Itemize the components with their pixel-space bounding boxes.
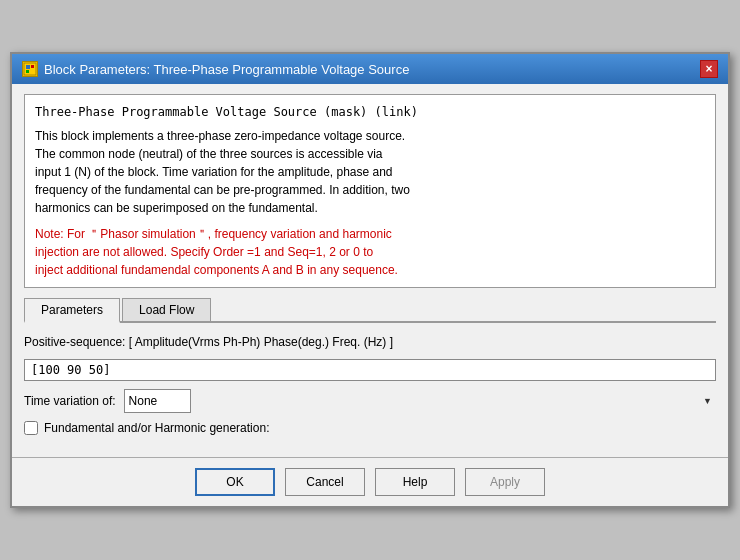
- harmonic-row: Fundamental and/or Harmonic generation:: [24, 421, 716, 435]
- parameters-section: Positive-sequence: [ Amplitude(Vrms Ph-P…: [24, 331, 716, 439]
- time-variation-label: Time variation of:: [24, 394, 116, 408]
- harmonic-label: Fundamental and/or Harmonic generation:: [44, 421, 269, 435]
- svg-rect-3: [26, 70, 29, 73]
- tab-parameters[interactable]: Parameters: [24, 298, 120, 323]
- description-box: Three-Phase Programmable Voltage Source …: [24, 94, 716, 288]
- link-text[interactable]: Three-Phase Programmable Voltage Source …: [35, 103, 705, 121]
- seq-label: Positive-sequence: [ Amplitude(Vrms Ph-P…: [24, 335, 716, 349]
- time-variation-row: Time variation of: None Amplitude Phase …: [24, 389, 716, 413]
- time-variation-select[interactable]: None Amplitude Phase Frequency: [124, 389, 191, 413]
- help-button[interactable]: Help: [375, 468, 455, 496]
- window-icon: [22, 61, 38, 77]
- harmonic-checkbox[interactable]: [24, 421, 38, 435]
- cancel-button[interactable]: Cancel: [285, 468, 365, 496]
- ok-button[interactable]: OK: [195, 468, 275, 496]
- dialog-window: Block Parameters: Three-Phase Programmab…: [10, 52, 730, 508]
- title-bar-left: Block Parameters: Three-Phase Programmab…: [22, 61, 409, 77]
- close-button[interactable]: ×: [700, 60, 718, 78]
- dialog-body: Three-Phase Programmable Voltage Source …: [12, 84, 728, 457]
- svg-rect-1: [26, 65, 30, 69]
- button-row: OK Cancel Help Apply: [12, 457, 728, 506]
- apply-button[interactable]: Apply: [465, 468, 545, 496]
- tab-load-flow[interactable]: Load Flow: [122, 298, 211, 321]
- time-variation-dropdown-wrapper: None Amplitude Phase Frequency: [124, 389, 716, 413]
- tabs-row: Parameters Load Flow: [24, 298, 716, 323]
- dialog-title: Block Parameters: Three-Phase Programmab…: [44, 62, 409, 77]
- seq-input[interactable]: [24, 359, 716, 381]
- title-bar: Block Parameters: Three-Phase Programmab…: [12, 54, 728, 84]
- main-description: This block implements a three-phase zero…: [35, 127, 705, 217]
- svg-rect-2: [31, 65, 34, 68]
- note-text: Note: For ＂Phasor simulation＂, frequency…: [35, 225, 705, 279]
